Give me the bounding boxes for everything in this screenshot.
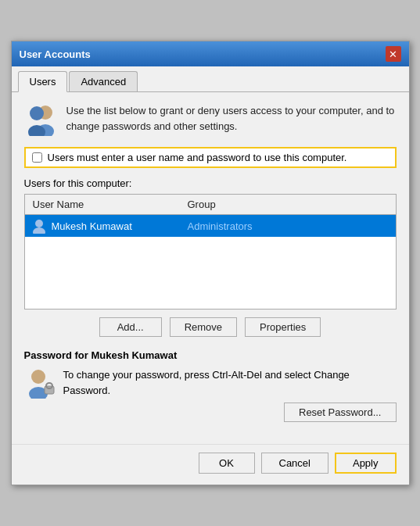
apply-button[interactable]: Apply xyxy=(335,453,397,474)
cancel-button[interactable]: Cancel xyxy=(261,453,328,474)
reset-btn-row: Reset Password... xyxy=(63,403,397,422)
svg-point-5 xyxy=(33,227,45,234)
require-password-checkbox[interactable] xyxy=(32,152,42,163)
require-password-label: Users must enter a user name and passwor… xyxy=(48,152,347,163)
svg-point-2 xyxy=(30,106,44,120)
require-password-checkbox-row: Users must enter a user name and passwor… xyxy=(24,147,397,168)
users-svg-icon xyxy=(24,103,57,136)
title-bar: User Accounts ✕ xyxy=(12,41,409,66)
table-row[interactable]: Mukesh Kumawat Administrators xyxy=(25,215,396,237)
action-buttons: Add... Remove Properties xyxy=(24,317,397,337)
footer-buttons: OK Cancel Apply xyxy=(12,444,409,485)
remove-button[interactable]: Remove xyxy=(170,317,237,337)
properties-button[interactable]: Properties xyxy=(245,317,321,337)
password-user-icon xyxy=(24,367,56,399)
table-body: Mukesh Kumawat Administrators xyxy=(25,215,396,309)
password-row: To change your password, press Ctrl-Alt-… xyxy=(24,367,397,422)
col-username: User Name xyxy=(25,197,181,212)
reset-password-button[interactable]: Reset Password... xyxy=(284,403,397,422)
users-section-label: Users for this computer: xyxy=(24,177,397,189)
user-accounts-dialog: User Accounts ✕ Users Advanced xyxy=(11,41,410,485)
cell-group: Administrators xyxy=(181,219,396,234)
svg-point-4 xyxy=(35,220,43,227)
password-content: To change your password, press Ctrl-Alt-… xyxy=(63,367,397,422)
password-section: Password for Mukesh Kumawat To change yo… xyxy=(24,349,397,422)
table-header: User Name Group xyxy=(25,195,396,215)
info-row: Use the list below to grant or deny user… xyxy=(24,103,397,136)
svg-point-6 xyxy=(31,370,45,384)
ok-button[interactable]: OK xyxy=(199,453,255,474)
main-content: Use the list below to grant or deny user… xyxy=(12,92,409,444)
add-button[interactable]: Add... xyxy=(99,317,162,337)
cell-username: Mukesh Kumawat xyxy=(48,219,181,234)
tab-users[interactable]: Users xyxy=(18,71,68,92)
close-button[interactable]: ✕ xyxy=(386,46,401,62)
password-section-title: Password for Mukesh Kumawat xyxy=(24,349,397,361)
users-icon xyxy=(24,103,57,136)
user-table: User Name Group Mukesh Kumawat Administr… xyxy=(24,194,397,310)
password-text: To change your password, press Ctrl-Alt-… xyxy=(63,367,397,398)
tab-bar: Users Advanced xyxy=(12,66,409,92)
tab-advanced[interactable]: Advanced xyxy=(69,71,138,91)
window-title: User Accounts xyxy=(20,48,91,60)
col-group: Group xyxy=(181,197,396,212)
info-text: Use the list below to grant or deny user… xyxy=(66,103,397,134)
user-row-icon xyxy=(30,218,48,234)
